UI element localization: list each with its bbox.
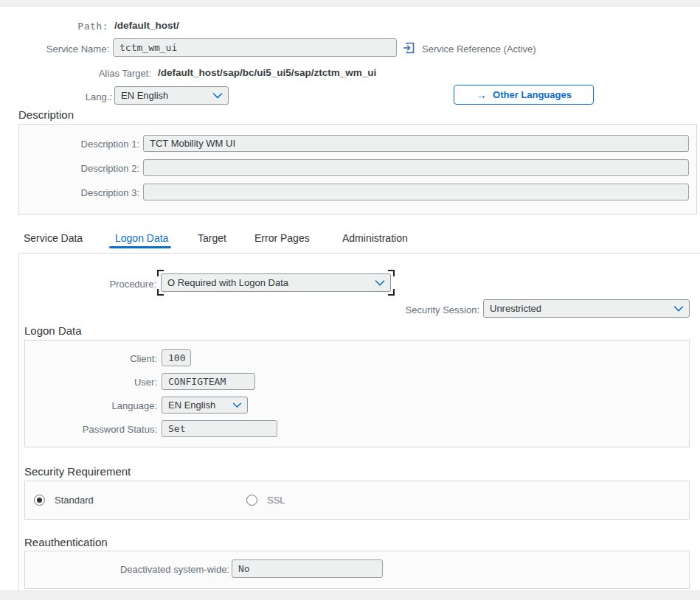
arrow-right-icon: →: [476, 89, 487, 100]
active-tab-underline: [109, 246, 171, 248]
user-value: CONFIGTEAM: [168, 376, 226, 387]
procedure-select[interactable]: O Required with Logon Data: [161, 273, 391, 292]
language-value: EN English: [168, 400, 215, 411]
logon-data-group: Client: 100 User: CONFIGTEAM Language: E…: [24, 340, 690, 447]
deactivated-system-wide-value: No: [238, 563, 250, 574]
deactivated-system-wide-input[interactable]: No: [232, 559, 383, 578]
description-title: Description: [18, 108, 74, 121]
radio-ssl[interactable]: SSL: [246, 495, 285, 506]
procedure-value: O Required with Logon Data: [167, 277, 288, 288]
bottom-strip: [0, 590, 700, 600]
other-languages-label: Other Languages: [493, 89, 572, 100]
reauthentication-group: Deactivated system-wide: No: [24, 551, 690, 589]
security-requirement-title: Security Requirement: [24, 465, 131, 478]
description-3-label: Description 3:: [19, 187, 139, 198]
description-3-input[interactable]: [143, 184, 689, 200]
security-requirement-group: Standard SSL: [24, 481, 690, 520]
deactivated-system-wide-label: Deactivated system-wide:: [25, 564, 229, 575]
description-group: Description 1: TCT Mobility WM UI Descri…: [18, 124, 697, 214]
user-input[interactable]: CONFIGTEAM: [162, 373, 255, 390]
logon-data-title: Logon Data: [24, 324, 82, 337]
path-label: Path:: [0, 21, 108, 32]
alias-target-label: Alias Target:: [0, 68, 151, 79]
tab-error-pages[interactable]: Error Pages: [254, 232, 310, 244]
tab-administration[interactable]: Administration: [342, 232, 408, 244]
language-label: Language:: [25, 400, 157, 411]
service-name-value: tctm_wm_ui: [119, 42, 177, 53]
service-reference-status: Service Reference (Active): [422, 43, 536, 55]
reauthentication-title: Reauthentication: [24, 536, 108, 548]
security-session-label: Security Session:: [295, 304, 479, 315]
service-reference-icon[interactable]: [402, 41, 415, 55]
procedure-label: Procedure:: [0, 279, 156, 290]
lang-label: Lang.:: [0, 91, 112, 102]
chevron-down-icon: [673, 305, 684, 312]
client-value: 100: [168, 352, 185, 363]
description-2-input[interactable]: [143, 159, 689, 176]
user-label: User:: [25, 377, 157, 388]
description-2-label: Description 2:: [19, 163, 139, 174]
tab-service-data[interactable]: Service Data: [24, 232, 83, 244]
alias-target-value: /default_host/sap/bc/ui5_ui5/sap/ztctm_w…: [158, 67, 376, 78]
service-name-input[interactable]: tctm_wm_ui: [113, 38, 397, 57]
lang-select[interactable]: EN English: [114, 86, 229, 105]
chevron-down-icon: [212, 92, 223, 99]
radio-circle-icon: [34, 495, 45, 506]
radio-standard-label: Standard: [55, 495, 94, 506]
client-input[interactable]: 100: [162, 349, 191, 366]
security-session-value: Unrestricted: [490, 303, 541, 314]
language-select[interactable]: EN English: [162, 397, 248, 414]
top-strip: [0, 0, 700, 7]
description-1-label: Description 1:: [19, 139, 139, 150]
description-1-input[interactable]: TCT Mobility WM UI: [143, 135, 689, 152]
service-name-label: Service Name:: [0, 43, 109, 55]
tab-logon-data[interactable]: Logon Data: [115, 232, 168, 244]
radio-circle-icon: [246, 495, 257, 506]
password-status-input[interactable]: Set: [162, 420, 277, 437]
password-status-value: Set: [168, 423, 185, 434]
security-session-select[interactable]: Unrestricted: [483, 299, 690, 318]
client-label: Client:: [25, 353, 157, 364]
lang-value: EN English: [121, 90, 168, 101]
description-1-value: TCT Mobility WM UI: [150, 138, 235, 149]
password-status-label: Password Status:: [25, 424, 157, 435]
chevron-down-icon: [375, 279, 385, 286]
other-languages-button[interactable]: → Other Languages: [454, 85, 594, 105]
path-value: /default_host/: [114, 20, 179, 31]
tab-target[interactable]: Target: [198, 232, 226, 244]
radio-ssl-label: SSL: [267, 495, 285, 506]
chevron-down-icon: [232, 402, 242, 408]
sicf-service-window: Path: /default_host/ Service Name: tctm_…: [0, 0, 700, 600]
radio-standard[interactable]: Standard: [34, 495, 94, 506]
